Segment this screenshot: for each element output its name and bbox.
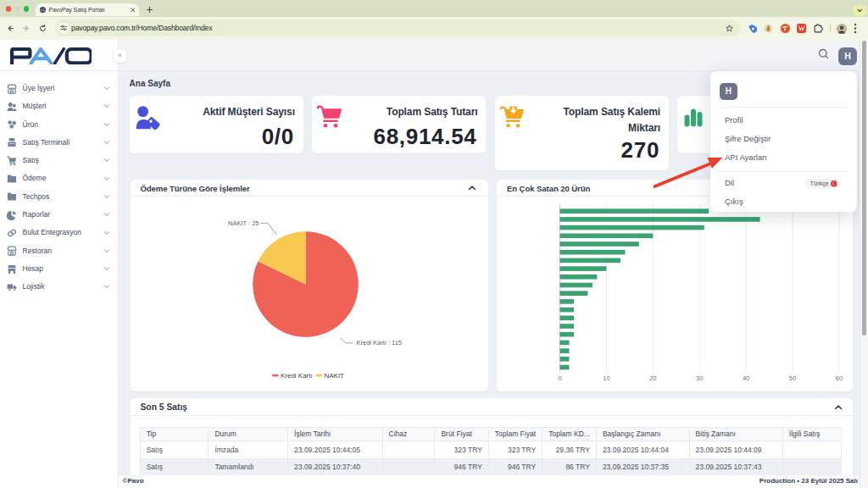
- svg-text:NAKIT : 25: NAKIT : 25: [228, 219, 259, 226]
- svg-text:10: 10: [603, 374, 609, 382]
- svg-text:NAKIT: NAKIT: [324, 372, 344, 380]
- svg-text:Kredi Kartı: Kredi Kartı: [281, 372, 313, 380]
- svg-text:30: 30: [696, 374, 703, 382]
- svg-text:Kredi Kartı : 115: Kredi Kartı : 115: [356, 339, 402, 347]
- svg-text:40: 40: [743, 374, 749, 382]
- svg-text:50: 50: [789, 374, 796, 382]
- svg-text:20: 20: [649, 374, 656, 382]
- svg-text:0: 0: [558, 374, 561, 382]
- svg-text:60: 60: [836, 374, 843, 382]
